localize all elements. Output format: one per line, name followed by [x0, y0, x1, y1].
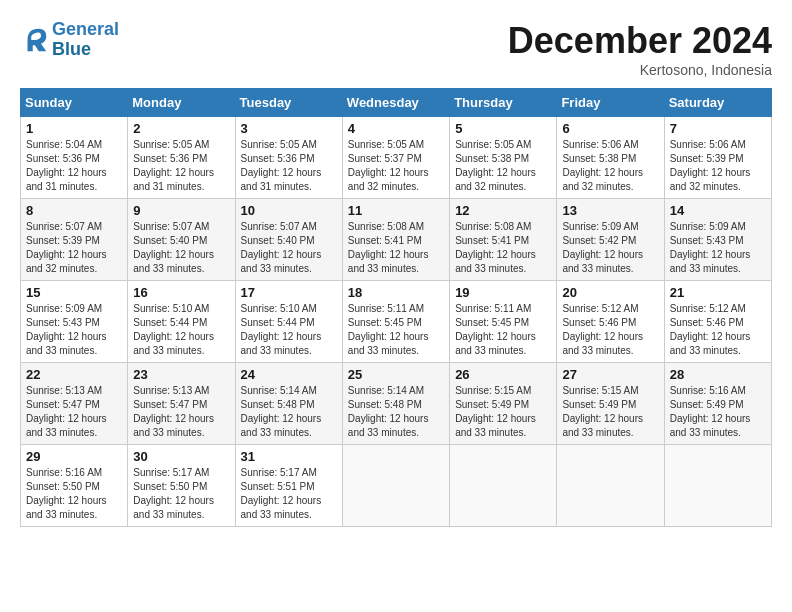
col-saturday: Saturday	[664, 89, 771, 117]
day-info: Sunrise: 5:05 AMSunset: 5:38 PMDaylight:…	[455, 138, 551, 194]
day-number: 7	[670, 121, 766, 136]
day-number: 21	[670, 285, 766, 300]
calendar-cell: 24 Sunrise: 5:14 AMSunset: 5:48 PMDaylig…	[235, 363, 342, 445]
calendar-cell	[342, 445, 449, 527]
day-number: 14	[670, 203, 766, 218]
day-info: Sunrise: 5:16 AMSunset: 5:50 PMDaylight:…	[26, 466, 122, 522]
logo: GeneralBlue	[20, 20, 119, 60]
day-number: 25	[348, 367, 444, 382]
day-number: 4	[348, 121, 444, 136]
day-info: Sunrise: 5:06 AMSunset: 5:39 PMDaylight:…	[670, 138, 766, 194]
calendar-cell: 30 Sunrise: 5:17 AMSunset: 5:50 PMDaylig…	[128, 445, 235, 527]
col-friday: Friday	[557, 89, 664, 117]
day-number: 30	[133, 449, 229, 464]
day-info: Sunrise: 5:12 AMSunset: 5:46 PMDaylight:…	[562, 302, 658, 358]
day-number: 13	[562, 203, 658, 218]
calendar-cell: 20 Sunrise: 5:12 AMSunset: 5:46 PMDaylig…	[557, 281, 664, 363]
calendar-row: 1 Sunrise: 5:04 AMSunset: 5:36 PMDayligh…	[21, 117, 772, 199]
day-info: Sunrise: 5:09 AMSunset: 5:43 PMDaylight:…	[670, 220, 766, 276]
calendar-cell: 7 Sunrise: 5:06 AMSunset: 5:39 PMDayligh…	[664, 117, 771, 199]
day-info: Sunrise: 5:17 AMSunset: 5:50 PMDaylight:…	[133, 466, 229, 522]
calendar-cell: 10 Sunrise: 5:07 AMSunset: 5:40 PMDaylig…	[235, 199, 342, 281]
col-tuesday: Tuesday	[235, 89, 342, 117]
logo-text: GeneralBlue	[52, 20, 119, 60]
calendar-cell: 2 Sunrise: 5:05 AMSunset: 5:36 PMDayligh…	[128, 117, 235, 199]
day-number: 3	[241, 121, 337, 136]
day-info: Sunrise: 5:05 AMSunset: 5:37 PMDaylight:…	[348, 138, 444, 194]
day-info: Sunrise: 5:11 AMSunset: 5:45 PMDaylight:…	[348, 302, 444, 358]
calendar-cell: 3 Sunrise: 5:05 AMSunset: 5:36 PMDayligh…	[235, 117, 342, 199]
day-number: 10	[241, 203, 337, 218]
calendar-cell: 6 Sunrise: 5:06 AMSunset: 5:38 PMDayligh…	[557, 117, 664, 199]
calendar-table: Sunday Monday Tuesday Wednesday Thursday…	[20, 88, 772, 527]
calendar-cell: 31 Sunrise: 5:17 AMSunset: 5:51 PMDaylig…	[235, 445, 342, 527]
col-thursday: Thursday	[450, 89, 557, 117]
day-number: 15	[26, 285, 122, 300]
day-info: Sunrise: 5:13 AMSunset: 5:47 PMDaylight:…	[26, 384, 122, 440]
calendar-row: 22 Sunrise: 5:13 AMSunset: 5:47 PMDaylig…	[21, 363, 772, 445]
calendar-cell	[450, 445, 557, 527]
page-header: GeneralBlue December 2024 Kertosono, Ind…	[20, 20, 772, 78]
day-number: 8	[26, 203, 122, 218]
calendar-cell: 15 Sunrise: 5:09 AMSunset: 5:43 PMDaylig…	[21, 281, 128, 363]
day-number: 12	[455, 203, 551, 218]
day-number: 1	[26, 121, 122, 136]
calendar-cell: 12 Sunrise: 5:08 AMSunset: 5:41 PMDaylig…	[450, 199, 557, 281]
day-number: 9	[133, 203, 229, 218]
day-info: Sunrise: 5:08 AMSunset: 5:41 PMDaylight:…	[348, 220, 444, 276]
day-number: 29	[26, 449, 122, 464]
calendar-cell: 13 Sunrise: 5:09 AMSunset: 5:42 PMDaylig…	[557, 199, 664, 281]
calendar-cell: 4 Sunrise: 5:05 AMSunset: 5:37 PMDayligh…	[342, 117, 449, 199]
calendar-row: 15 Sunrise: 5:09 AMSunset: 5:43 PMDaylig…	[21, 281, 772, 363]
day-info: Sunrise: 5:08 AMSunset: 5:41 PMDaylight:…	[455, 220, 551, 276]
day-number: 20	[562, 285, 658, 300]
calendar-cell: 22 Sunrise: 5:13 AMSunset: 5:47 PMDaylig…	[21, 363, 128, 445]
calendar-cell: 11 Sunrise: 5:08 AMSunset: 5:41 PMDaylig…	[342, 199, 449, 281]
day-info: Sunrise: 5:04 AMSunset: 5:36 PMDaylight:…	[26, 138, 122, 194]
day-number: 11	[348, 203, 444, 218]
day-info: Sunrise: 5:14 AMSunset: 5:48 PMDaylight:…	[241, 384, 337, 440]
title-block: December 2024 Kertosono, Indonesia	[508, 20, 772, 78]
calendar-cell: 5 Sunrise: 5:05 AMSunset: 5:38 PMDayligh…	[450, 117, 557, 199]
day-number: 31	[241, 449, 337, 464]
col-sunday: Sunday	[21, 89, 128, 117]
calendar-header-row: Sunday Monday Tuesday Wednesday Thursday…	[21, 89, 772, 117]
day-number: 22	[26, 367, 122, 382]
day-number: 5	[455, 121, 551, 136]
calendar-cell: 18 Sunrise: 5:11 AMSunset: 5:45 PMDaylig…	[342, 281, 449, 363]
day-number: 19	[455, 285, 551, 300]
calendar-cell: 23 Sunrise: 5:13 AMSunset: 5:47 PMDaylig…	[128, 363, 235, 445]
day-info: Sunrise: 5:15 AMSunset: 5:49 PMDaylight:…	[455, 384, 551, 440]
day-number: 6	[562, 121, 658, 136]
day-info: Sunrise: 5:14 AMSunset: 5:48 PMDaylight:…	[348, 384, 444, 440]
day-info: Sunrise: 5:15 AMSunset: 5:49 PMDaylight:…	[562, 384, 658, 440]
calendar-cell: 26 Sunrise: 5:15 AMSunset: 5:49 PMDaylig…	[450, 363, 557, 445]
day-info: Sunrise: 5:07 AMSunset: 5:40 PMDaylight:…	[241, 220, 337, 276]
calendar-cell	[557, 445, 664, 527]
calendar-cell: 16 Sunrise: 5:10 AMSunset: 5:44 PMDaylig…	[128, 281, 235, 363]
calendar-row: 8 Sunrise: 5:07 AMSunset: 5:39 PMDayligh…	[21, 199, 772, 281]
calendar-cell: 1 Sunrise: 5:04 AMSunset: 5:36 PMDayligh…	[21, 117, 128, 199]
calendar-cell: 9 Sunrise: 5:07 AMSunset: 5:40 PMDayligh…	[128, 199, 235, 281]
calendar-row: 29 Sunrise: 5:16 AMSunset: 5:50 PMDaylig…	[21, 445, 772, 527]
day-info: Sunrise: 5:10 AMSunset: 5:44 PMDaylight:…	[133, 302, 229, 358]
day-number: 24	[241, 367, 337, 382]
day-info: Sunrise: 5:05 AMSunset: 5:36 PMDaylight:…	[133, 138, 229, 194]
day-info: Sunrise: 5:09 AMSunset: 5:43 PMDaylight:…	[26, 302, 122, 358]
day-info: Sunrise: 5:11 AMSunset: 5:45 PMDaylight:…	[455, 302, 551, 358]
day-info: Sunrise: 5:09 AMSunset: 5:42 PMDaylight:…	[562, 220, 658, 276]
day-number: 27	[562, 367, 658, 382]
calendar-cell: 25 Sunrise: 5:14 AMSunset: 5:48 PMDaylig…	[342, 363, 449, 445]
calendar-cell	[664, 445, 771, 527]
day-number: 2	[133, 121, 229, 136]
calendar-cell: 19 Sunrise: 5:11 AMSunset: 5:45 PMDaylig…	[450, 281, 557, 363]
location-subtitle: Kertosono, Indonesia	[508, 62, 772, 78]
calendar-cell: 8 Sunrise: 5:07 AMSunset: 5:39 PMDayligh…	[21, 199, 128, 281]
calendar-cell: 27 Sunrise: 5:15 AMSunset: 5:49 PMDaylig…	[557, 363, 664, 445]
day-info: Sunrise: 5:17 AMSunset: 5:51 PMDaylight:…	[241, 466, 337, 522]
day-number: 28	[670, 367, 766, 382]
col-wednesday: Wednesday	[342, 89, 449, 117]
col-monday: Monday	[128, 89, 235, 117]
day-number: 16	[133, 285, 229, 300]
day-info: Sunrise: 5:13 AMSunset: 5:47 PMDaylight:…	[133, 384, 229, 440]
